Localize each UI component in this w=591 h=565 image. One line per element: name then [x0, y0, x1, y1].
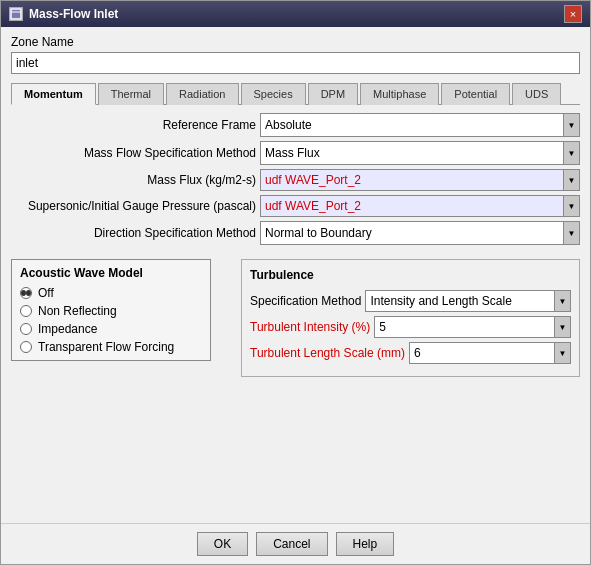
- acoustic-off-label: Off: [38, 286, 54, 300]
- supersonic-pressure-row: Supersonic/Initial Gauge Pressure (pasca…: [11, 195, 580, 217]
- supersonic-pressure-input-wrapper: udf WAVE_Port_2 ▼: [260, 195, 580, 217]
- turb-spec-method-label: Specification Method: [250, 294, 361, 308]
- form-section: Reference Frame Absolute ▼ Mass Flow Spe…: [11, 113, 580, 245]
- turb-intensity-label: Turbulent Intensity (%): [250, 320, 370, 334]
- acoustic-non-reflecting-label: Non Reflecting: [38, 304, 117, 318]
- ok-button[interactable]: OK: [197, 532, 248, 556]
- turb-spec-method-arrow[interactable]: ▼: [555, 290, 571, 312]
- mass-flux-row: Mass Flux (kg/m2-s) udf WAVE_Port_2 ▼: [11, 169, 580, 191]
- mass-flow-spec-label: Mass Flow Specification Method: [84, 146, 256, 160]
- mass-flux-input-wrapper: udf WAVE_Port_2 ▼: [260, 169, 580, 191]
- tab-dpm[interactable]: DPM: [308, 83, 358, 105]
- reference-frame-value: Absolute: [261, 114, 563, 136]
- mass-flux-input[interactable]: udf WAVE_Port_2: [260, 169, 564, 191]
- title-bar: Mass-Flow Inlet ×: [1, 1, 590, 27]
- turb-length-scale-arrow[interactable]: ▼: [555, 342, 571, 364]
- svg-rect-0: [11, 9, 21, 19]
- mass-flow-spec-value: Mass Flux: [261, 142, 563, 164]
- acoustic-title: Acoustic Wave Model: [20, 266, 202, 280]
- acoustic-wave-model-section: Acoustic Wave Model Off Non Reflecting I…: [11, 259, 211, 361]
- dialog-title: Mass-Flow Inlet: [29, 7, 118, 21]
- mass-flow-inlet-dialog: Mass-Flow Inlet × Zone Name Momentum The…: [0, 0, 591, 565]
- acoustic-transparent-label: Transparent Flow Forcing: [38, 340, 174, 354]
- acoustic-impedance-radio[interactable]: [20, 323, 32, 335]
- tab-potential[interactable]: Potential: [441, 83, 510, 105]
- turb-spec-method-dropdown[interactable]: Intensity and Length Scale: [365, 290, 555, 312]
- acoustic-impedance-item[interactable]: Impedance: [20, 322, 202, 336]
- tab-species[interactable]: Species: [241, 83, 306, 105]
- dialog-icon: [9, 7, 23, 21]
- tab-momentum[interactable]: Momentum: [11, 83, 96, 105]
- reference-frame-dropdown[interactable]: Absolute ▼: [260, 113, 580, 137]
- acoustic-impedance-label: Impedance: [38, 322, 97, 336]
- mass-flux-label: Mass Flux (kg/m2-s): [147, 173, 256, 187]
- cancel-button[interactable]: Cancel: [256, 532, 327, 556]
- turb-intensity-input[interactable]: 5: [374, 316, 555, 338]
- direction-spec-arrow[interactable]: ▼: [563, 222, 579, 244]
- dialog-footer: OK Cancel Help: [1, 523, 590, 564]
- turb-intensity-arrow[interactable]: ▼: [555, 316, 571, 338]
- turb-length-scale-label: Turbulent Length Scale (mm): [250, 346, 405, 360]
- tab-multiphase[interactable]: Multiphase: [360, 83, 439, 105]
- acoustic-transparent-radio[interactable]: [20, 341, 32, 353]
- turb-length-scale-wrapper: 6 ▼: [409, 342, 571, 364]
- reference-frame-label: Reference Frame: [163, 118, 256, 132]
- help-button[interactable]: Help: [336, 532, 395, 556]
- supersonic-pressure-arrow[interactable]: ▼: [564, 195, 580, 217]
- acoustic-transparent-item[interactable]: Transparent Flow Forcing: [20, 340, 202, 354]
- reference-frame-arrow[interactable]: ▼: [563, 114, 579, 136]
- acoustic-non-reflecting-item[interactable]: Non Reflecting: [20, 304, 202, 318]
- supersonic-pressure-label: Supersonic/Initial Gauge Pressure (pasca…: [28, 199, 256, 213]
- direction-spec-dropdown[interactable]: Normal to Boundary ▼: [260, 221, 580, 245]
- acoustic-off-item[interactable]: Off: [20, 286, 202, 300]
- acoustic-radio-group: Off Non Reflecting Impedance Transparent…: [20, 286, 202, 354]
- mass-flux-arrow[interactable]: ▼: [564, 169, 580, 191]
- tab-radiation[interactable]: Radiation: [166, 83, 238, 105]
- supersonic-pressure-input[interactable]: udf WAVE_Port_2: [260, 195, 564, 217]
- direction-spec-label: Direction Specification Method: [94, 226, 256, 240]
- tab-uds[interactable]: UDS: [512, 83, 561, 105]
- mass-flow-spec-row: Mass Flow Specification Method Mass Flux…: [11, 141, 580, 165]
- turbulence-title: Turbulence: [250, 268, 571, 282]
- tab-thermal[interactable]: Thermal: [98, 83, 164, 105]
- direction-spec-row: Direction Specification Method Normal to…: [11, 221, 580, 245]
- turb-intensity-row: Turbulent Intensity (%) 5 ▼: [250, 316, 571, 338]
- close-button[interactable]: ×: [564, 5, 582, 23]
- tab-bar: Momentum Thermal Radiation Species DPM M…: [11, 82, 580, 105]
- mass-flow-spec-arrow[interactable]: ▼: [563, 142, 579, 164]
- turb-length-scale-input[interactable]: 6: [409, 342, 555, 364]
- zone-name-input[interactable]: [11, 52, 580, 74]
- acoustic-non-reflecting-radio[interactable]: [20, 305, 32, 317]
- title-bar-left: Mass-Flow Inlet: [9, 7, 118, 21]
- turbulence-section: Turbulence Specification Method Intensit…: [241, 259, 580, 377]
- reference-frame-row: Reference Frame Absolute ▼: [11, 113, 580, 137]
- direction-spec-value: Normal to Boundary: [261, 222, 563, 244]
- zone-name-label: Zone Name: [11, 35, 580, 49]
- acoustic-off-radio[interactable]: [20, 287, 32, 299]
- turb-length-scale-row: Turbulent Length Scale (mm) 6 ▼: [250, 342, 571, 364]
- mass-flow-spec-dropdown[interactable]: Mass Flux ▼: [260, 141, 580, 165]
- turb-intensity-wrapper: 5 ▼: [374, 316, 571, 338]
- turb-spec-method-row: Specification Method Intensity and Lengt…: [250, 290, 571, 312]
- turb-spec-method-wrapper: Intensity and Length Scale ▼: [365, 290, 571, 312]
- dialog-body: Zone Name Momentum Thermal Radiation Spe…: [1, 27, 590, 523]
